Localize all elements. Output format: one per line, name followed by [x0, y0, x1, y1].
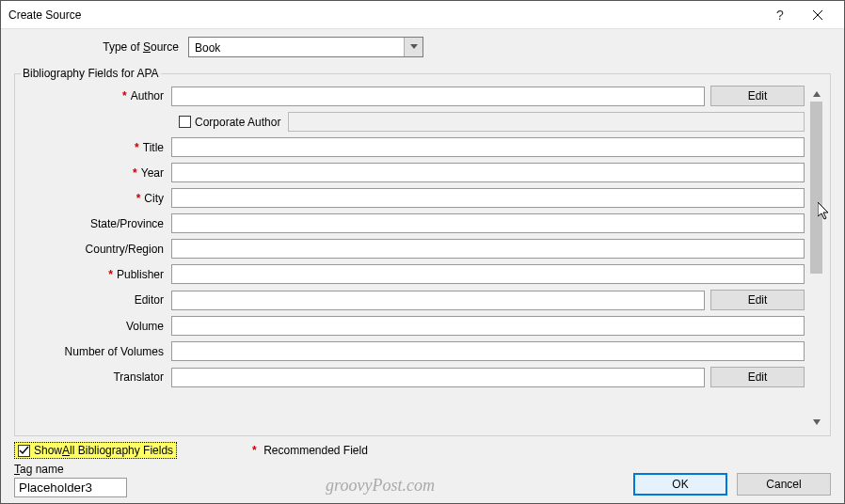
chevron-down-icon	[404, 38, 422, 56]
field-label-state: State/Province	[21, 217, 171, 230]
field-row-author: *AuthorEdit	[21, 86, 805, 106]
bibliography-legend: Bibliography Fields for APA	[21, 67, 161, 80]
help-button[interactable]: ?	[761, 2, 799, 28]
edit-button-editor[interactable]: Edit	[710, 290, 805, 310]
field-row-translator: TranslatorEdit	[21, 367, 805, 387]
fields-area: *AuthorEditCorporate Author*Title*Year*C…	[21, 86, 808, 430]
corporate-author-input[interactable]	[288, 112, 805, 132]
field-input-author[interactable]	[171, 87, 705, 106]
scroll-thumb[interactable]	[810, 102, 822, 274]
field-row-editor: EditorEdit	[21, 290, 805, 310]
required-asterisk-icon: *	[252, 444, 261, 457]
field-row-volume: Volume	[21, 316, 805, 336]
field-label-title: *Title	[21, 141, 171, 154]
type-of-source-dropdown[interactable]: Book	[188, 37, 423, 57]
cancel-button[interactable]: Cancel	[737, 473, 831, 496]
field-input-city[interactable]	[171, 188, 805, 208]
field-label-editor: Editor	[21, 293, 171, 307]
svg-marker-2	[410, 44, 418, 49]
field-row-country: Country/Region	[21, 239, 805, 259]
field-input-editor[interactable]	[171, 291, 705, 310]
titlebar: Create Source ?	[1, 1, 844, 29]
field-input-volume[interactable]	[171, 316, 805, 336]
type-of-source-label: Type of Source	[14, 40, 188, 54]
create-source-dialog: Create Source ? Type of Source Book Bibl…	[0, 0, 845, 504]
show-all-fields-checkbox[interactable]: Show All Bibliography Fields	[14, 442, 177, 459]
field-label-author: *Author	[21, 89, 171, 102]
required-asterisk-icon: *	[135, 141, 143, 154]
field-label-volume: Volume	[21, 320, 171, 333]
svg-marker-3	[813, 91, 821, 97]
tag-name-block: Tag name	[14, 463, 127, 497]
recommended-field-note: * Recommended Field	[252, 444, 368, 457]
tag-name-label: Tag name	[14, 463, 127, 476]
ok-button[interactable]: OK	[633, 473, 727, 496]
required-asterisk-icon: *	[133, 166, 141, 180]
field-input-numvol[interactable]	[171, 341, 805, 361]
close-button[interactable]	[799, 2, 837, 28]
watermark-text: groovyPost.com	[127, 476, 633, 497]
field-input-state[interactable]	[171, 213, 805, 233]
svg-marker-4	[813, 419, 821, 425]
field-row-state: State/Province	[21, 213, 805, 233]
required-asterisk-icon: *	[108, 268, 117, 281]
field-row-publisher: *Publisher	[21, 264, 805, 284]
corporate-author-checkbox[interactable]	[179, 116, 191, 128]
field-label-numvol: Number of Volumes	[21, 345, 171, 358]
corporate-author-label: Corporate Author	[195, 116, 280, 129]
type-of-source-row: Type of Source Book	[14, 37, 831, 57]
scroll-track[interactable]	[808, 102, 824, 414]
field-row-numvol: Number of Volumes	[21, 341, 805, 361]
field-input-country[interactable]	[171, 239, 805, 259]
checkbox-icon	[18, 445, 30, 457]
window-title: Create Source	[8, 8, 761, 22]
type-of-source-value: Book	[189, 38, 404, 56]
field-input-year[interactable]	[171, 163, 805, 182]
field-label-publisher: *Publisher	[21, 268, 171, 281]
field-label-country: Country/Region	[21, 243, 171, 256]
field-label-translator: Translator	[21, 370, 171, 384]
dialog-footer: Show All Bibliography Fields * Recommend…	[14, 436, 831, 497]
edit-button-translator[interactable]: Edit	[710, 367, 805, 387]
scroll-up-icon[interactable]	[808, 86, 824, 102]
field-input-translator[interactable]	[171, 368, 705, 387]
field-row-title: *Title	[21, 137, 805, 157]
bibliography-fieldset: Bibliography Fields for APA *AuthorEditC…	[14, 67, 831, 436]
required-asterisk-icon: *	[122, 89, 131, 102]
field-label-city: *City	[21, 192, 171, 205]
field-row-city: *City	[21, 188, 805, 208]
field-input-title[interactable]	[171, 137, 805, 157]
corporate-author-row: Corporate Author	[21, 112, 805, 132]
tag-name-input[interactable]	[14, 478, 127, 497]
edit-button-author[interactable]: Edit	[710, 86, 805, 106]
field-label-year: *Year	[21, 166, 171, 180]
vertical-scrollbar[interactable]	[808, 86, 824, 430]
field-row-year: *Year	[21, 163, 805, 182]
field-input-publisher[interactable]	[171, 264, 805, 284]
scroll-down-icon[interactable]	[808, 414, 824, 430]
